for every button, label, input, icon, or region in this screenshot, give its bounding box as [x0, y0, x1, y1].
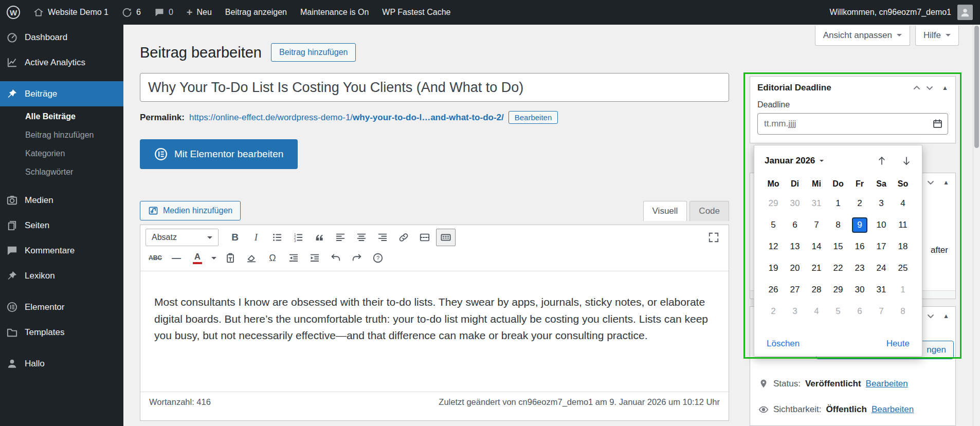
calendar-day[interactable]: 16 — [849, 236, 870, 257]
updates-item[interactable]: 6 — [115, 0, 148, 25]
undo-button[interactable] — [326, 249, 346, 267]
special-character-button[interactable]: Ω — [263, 249, 282, 267]
italic-button[interactable]: I — [246, 229, 266, 246]
calendar-day[interactable]: 12 — [763, 236, 784, 257]
permalink-edit-button[interactable]: Bearbeiten — [509, 111, 558, 124]
tab-visual[interactable]: Visuell — [643, 201, 687, 221]
collapse-panel-icon[interactable]: ▲ — [942, 84, 948, 91]
permalink-link[interactable]: https://online-effect.de/wordpress-demo-… — [189, 113, 504, 123]
calendar-day[interactable]: 7 — [806, 214, 827, 236]
calendar-day[interactable]: 18 — [892, 236, 914, 257]
deadline-panel-header[interactable]: Editorial Deadline ▲ — [750, 77, 955, 99]
align-left-button[interactable] — [331, 229, 350, 246]
text-color-menu-button[interactable] — [209, 249, 219, 267]
calendar-day[interactable]: 15 — [827, 236, 849, 257]
calendar-day[interactable]: 1 — [827, 193, 849, 214]
calendar-day[interactable]: 14 — [806, 236, 827, 257]
sidebar-item-templates[interactable]: Templates — [0, 320, 123, 345]
sidebar-item-dashboard[interactable]: Dashboard — [0, 25, 123, 50]
indent-button[interactable] — [305, 249, 324, 267]
blockquote-button[interactable] — [310, 229, 329, 246]
maintenance-item[interactable]: Maintenance is On — [294, 0, 375, 25]
text-color-button[interactable]: A — [188, 249, 207, 267]
calendar-day[interactable]: 8 — [892, 301, 914, 322]
submenu-item-schlagwoerter[interactable]: Schlagwörter — [0, 163, 123, 181]
tab-code[interactable]: Code — [689, 201, 729, 221]
next-month-button[interactable] — [901, 156, 912, 166]
calendar-day[interactable]: 2 — [849, 193, 870, 214]
calendar-today-button[interactable]: Heute — [886, 339, 910, 349]
sidebar-item-seiten[interactable]: Seiten — [0, 213, 123, 238]
align-center-button[interactable] — [352, 229, 371, 246]
paste-as-text-button[interactable] — [221, 249, 240, 267]
calendar-day[interactable]: 5 — [763, 214, 784, 236]
site-name-item[interactable]: Website Demo 1 — [27, 0, 115, 25]
edit-with-elementor-button[interactable]: Mit Elementor bearbeiten — [140, 139, 298, 169]
new-content-item[interactable]: + Neu — [180, 0, 219, 25]
calendar-day[interactable]: 6 — [849, 301, 870, 322]
move-down-icon[interactable] — [925, 84, 934, 92]
calendar-day[interactable]: 23 — [849, 257, 870, 279]
paragraph-format-select[interactable]: Absatz — [146, 229, 219, 246]
calendar-clear-button[interactable]: Löschen — [767, 339, 800, 349]
submenu-item-beitrag-hinzufuegen[interactable]: Beitrag hinzufügen — [0, 126, 123, 144]
deadline-date-input[interactable] — [757, 113, 948, 135]
strikethrough-button[interactable]: ABC — [146, 249, 165, 267]
calendar-day[interactable]: 2 — [763, 301, 784, 322]
calendar-day[interactable]: 3 — [870, 193, 892, 214]
fullscreen-button[interactable] — [704, 229, 723, 246]
calendar-day[interactable]: 3 — [784, 301, 806, 322]
sidebar-item-kommentare[interactable]: Kommentare — [0, 238, 123, 263]
calendar-day[interactable]: 4 — [892, 193, 914, 214]
horizontal-rule-button[interactable]: — — [167, 249, 186, 267]
bulleted-list-button[interactable] — [267, 229, 287, 246]
sidebar-item-beitraege[interactable]: Beiträge — [0, 81, 123, 106]
month-select[interactable]: Januar 2026 — [765, 156, 824, 166]
add-media-button[interactable]: Medien hinzufügen — [140, 201, 241, 220]
visibility-edit-link[interactable]: Bearbeiten — [872, 404, 914, 415]
submenu-item-kategorien[interactable]: Kategorien — [0, 144, 123, 163]
calendar-day[interactable]: 11 — [892, 214, 914, 236]
calendar-day[interactable]: 17 — [870, 236, 892, 257]
calendar-day[interactable]: 26 — [763, 279, 784, 301]
screen-options-tab[interactable]: Ansicht anpassen — [815, 26, 910, 46]
avatar[interactable] — [957, 5, 973, 20]
post-title-input[interactable] — [140, 73, 729, 102]
user-greeting[interactable]: Willkommen, cn96eozm7_demo1 — [829, 8, 951, 17]
read-more-tag-button[interactable] — [415, 229, 434, 246]
calendar-day[interactable]: 28 — [806, 279, 827, 301]
calendar-day[interactable]: 29 — [763, 193, 784, 214]
numbered-list-button[interactable]: 123 — [288, 229, 308, 246]
calendar-day[interactable]: 30 — [784, 193, 806, 214]
help-tab[interactable]: Hilfe — [915, 26, 959, 46]
clear-formatting-button[interactable] — [242, 249, 261, 267]
sidebar-item-hallo[interactable]: Hallo — [0, 351, 123, 376]
calendar-day[interactable]: 8 — [827, 214, 849, 236]
view-post-item[interactable]: Beitrag anzeigen — [219, 0, 294, 25]
calendar-day[interactable]: 22 — [827, 257, 849, 279]
collapse-panel-icon[interactable]: ▲ — [943, 312, 949, 320]
calendar-day[interactable]: 6 — [784, 214, 806, 236]
calendar-day[interactable]: 10 — [870, 214, 892, 236]
calendar-day-selected[interactable]: 9 — [849, 214, 870, 236]
page-scrollbar[interactable] — [973, 25, 980, 426]
calendar-day[interactable]: 24 — [870, 257, 892, 279]
add-post-button[interactable]: Beitrag hinzufügen — [271, 43, 356, 62]
sidebar-item-medien[interactable]: Medien — [0, 188, 123, 213]
calendar-day[interactable]: 7 — [870, 301, 892, 322]
calendar-day[interactable]: 13 — [784, 236, 806, 257]
scrollbar-thumb[interactable] — [974, 26, 979, 148]
editor-content[interactable]: Most consultants I know are obsessed wit… — [140, 271, 729, 344]
collapse-panel-icon[interactable]: ▲ — [943, 179, 949, 186]
comments-item[interactable]: 0 — [148, 0, 180, 25]
help-button[interactable]: ? — [368, 249, 388, 267]
calendar-picker-icon[interactable] — [932, 118, 943, 129]
outdent-button[interactable] — [284, 249, 303, 267]
toolbar-toggle-button[interactable] — [436, 229, 456, 246]
align-right-button[interactable] — [373, 229, 392, 246]
calendar-day[interactable]: 20 — [784, 257, 806, 279]
calendar-day[interactable]: 25 — [892, 257, 914, 279]
wordpress-menu[interactable]: W — [0, 0, 27, 25]
move-up-icon[interactable] — [913, 84, 921, 92]
submenu-item-alle-beitraege[interactable]: Alle Beiträge — [0, 107, 123, 126]
